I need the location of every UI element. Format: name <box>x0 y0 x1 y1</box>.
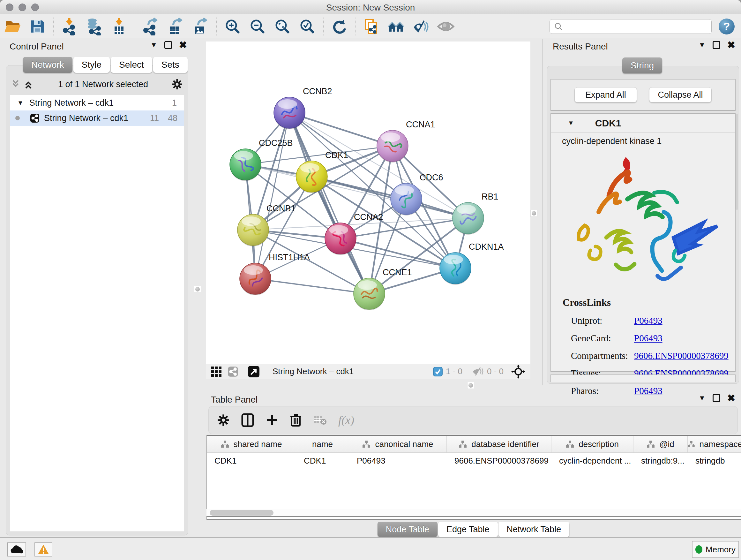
add-column-icon[interactable] <box>266 414 278 427</box>
import-table-icon[interactable] <box>110 17 128 36</box>
gene-entry-header[interactable]: ▼ CDK1 <box>551 114 735 132</box>
expand-all-button[interactable]: Expand All <box>575 87 637 103</box>
network-canvas[interactable]: CCNB2CCNA1CDC25BCDK1CDC6RB1CCNB1CCNA2CDK… <box>206 42 530 364</box>
open-session-icon[interactable] <box>3 17 22 36</box>
node-CDC25B[interactable] <box>230 149 261 181</box>
table-panel-title: Table Panel <box>211 395 258 405</box>
node-HIST1H1A[interactable] <box>240 263 271 295</box>
table-cell[interactable]: P06493 <box>349 453 447 469</box>
import-network-icon[interactable] <box>60 17 78 36</box>
expand-all-icon[interactable] <box>24 79 35 89</box>
right-splitter-handle[interactable] <box>530 210 537 217</box>
gear-icon[interactable] <box>172 78 183 90</box>
node-CCNB1[interactable] <box>238 214 269 246</box>
help-button[interactable]: ? <box>719 18 735 35</box>
scrollbar-thumb[interactable] <box>210 510 273 516</box>
node-CCNE1[interactable] <box>354 278 385 310</box>
node-CCNB2[interactable] <box>274 97 305 129</box>
node-CDK1[interactable] <box>296 161 327 193</box>
tab-sets[interactable]: Sets <box>153 57 188 73</box>
delete-column-trash-icon[interactable] <box>290 413 302 427</box>
tab-style[interactable]: Style <box>73 57 110 73</box>
crosslink-link[interactable]: P06493 <box>634 315 663 326</box>
network-label: String Network – cdk1 <box>44 113 128 123</box>
tab-edge-table[interactable]: Edge Table <box>438 522 498 537</box>
tab-network-table[interactable]: Network Table <box>498 522 569 537</box>
table-cell[interactable]: stringdb <box>688 453 741 469</box>
show-columns-icon[interactable] <box>241 413 254 427</box>
string-home-icon[interactable] <box>387 17 405 36</box>
collapse-panel-icon[interactable]: ▼ <box>698 394 705 402</box>
table-cell[interactable]: CDK1 <box>296 453 349 469</box>
node-CCNA1[interactable] <box>377 130 408 163</box>
selected-checkbox-icon[interactable] <box>433 367 443 376</box>
collapse-entry-icon[interactable]: ▼ <box>568 119 574 127</box>
column-header-namespace[interactable]: namespace <box>688 436 741 452</box>
table-cell[interactable]: 9606.ENSP00000378699 <box>447 453 551 469</box>
table-settings-gear-icon[interactable] <box>217 414 230 427</box>
edge-CCNB2-CCNE1[interactable] <box>289 113 369 294</box>
column-header-shared-name[interactable]: shared name <box>207 436 296 452</box>
float-panel-icon[interactable] <box>713 41 720 49</box>
export-image-icon[interactable] <box>192 17 210 36</box>
export-network-icon[interactable] <box>142 17 160 36</box>
tab-node-table[interactable]: Node Table <box>378 522 437 537</box>
float-panel-icon[interactable] <box>164 41 172 49</box>
node-CCNA2[interactable] <box>325 223 356 255</box>
results-scrollbar[interactable] <box>736 114 738 210</box>
zoom-in-icon[interactable] <box>223 17 242 36</box>
edge-HIST1H1A-CCNE1[interactable] <box>255 279 369 294</box>
search-input[interactable] <box>563 20 708 33</box>
crosslink-link[interactable]: 9606.ENSP00000378699 <box>634 351 729 361</box>
collapse-all-icon[interactable] <box>11 79 22 89</box>
left-splitter-handle[interactable] <box>194 286 201 293</box>
node-CDKN1A[interactable] <box>440 253 471 285</box>
refresh-icon[interactable] <box>330 17 348 36</box>
network-collection-row[interactable]: ▼ String Network – cdk1 1 <box>10 95 184 111</box>
column-header--id[interactable]: @id <box>633 436 688 452</box>
column-header-database-identifier[interactable]: database identifier <box>447 436 551 452</box>
node-RB1[interactable] <box>453 202 484 235</box>
hidden-eye-icon[interactable] <box>472 367 484 376</box>
export-table-icon[interactable] <box>166 17 185 36</box>
share-document-icon[interactable] <box>362 17 381 36</box>
node-CDC6[interactable] <box>391 183 422 215</box>
crosslink-link[interactable]: P06493 <box>634 333 663 344</box>
import-database-icon[interactable] <box>85 17 104 36</box>
network-share-gray-icon[interactable] <box>227 366 239 377</box>
open-in-window-icon[interactable] <box>248 366 260 378</box>
memory-button[interactable]: Memory <box>692 541 739 558</box>
column-header-canonical-name[interactable]: canonical name <box>349 436 447 452</box>
tab-network[interactable]: Network <box>23 57 72 73</box>
column-header-description[interactable]: description <box>551 436 633 452</box>
table-cell[interactable]: cyclin-dependent ... <box>551 453 633 469</box>
edge-CCNB2-CCNA1[interactable] <box>289 113 393 146</box>
zoom-fit-icon[interactable] <box>273 17 292 36</box>
collapse-panel-icon[interactable]: ▼ <box>150 41 157 49</box>
fit-selected-crosshair-icon[interactable] <box>511 365 525 379</box>
cloud-button[interactable] <box>7 543 26 557</box>
tree-expand-icon[interactable]: ▼ <box>17 99 23 107</box>
birds-eye-grid-icon[interactable] <box>211 366 222 377</box>
network-row[interactable]: String Network – cdk1 11 48 <box>10 111 184 126</box>
eye-disabled-icon[interactable] <box>436 17 455 36</box>
horizontal-splitter-handle[interactable] <box>467 382 474 389</box>
collapse-all-button[interactable]: Collapse All <box>649 87 712 103</box>
table-row[interactable]: CDK1CDK1P064939606.ENSP00000378699cyclin… <box>207 453 741 469</box>
tab-select[interactable]: Select <box>111 57 152 73</box>
table-cell[interactable]: CDK1 <box>207 453 296 469</box>
collapse-panel-icon[interactable]: ▼ <box>698 41 705 49</box>
close-panel-icon[interactable]: ✖ <box>179 41 187 49</box>
float-panel-icon[interactable] <box>713 394 720 402</box>
warnings-button[interactable] <box>35 543 52 557</box>
tab-string[interactable]: String <box>622 57 662 73</box>
edge-CDK1-RB1[interactable] <box>312 177 468 218</box>
zoom-selected-icon[interactable] <box>298 17 317 36</box>
save-session-icon[interactable] <box>28 17 47 36</box>
table-cell[interactable]: stringdb:9... <box>633 453 688 469</box>
zoom-out-icon[interactable] <box>248 17 267 36</box>
close-panel-icon[interactable]: ✖ <box>727 394 735 402</box>
vision-eye-icon[interactable] <box>412 17 430 36</box>
column-header-name[interactable]: name <box>296 436 349 452</box>
close-panel-icon[interactable]: ✖ <box>727 41 735 49</box>
